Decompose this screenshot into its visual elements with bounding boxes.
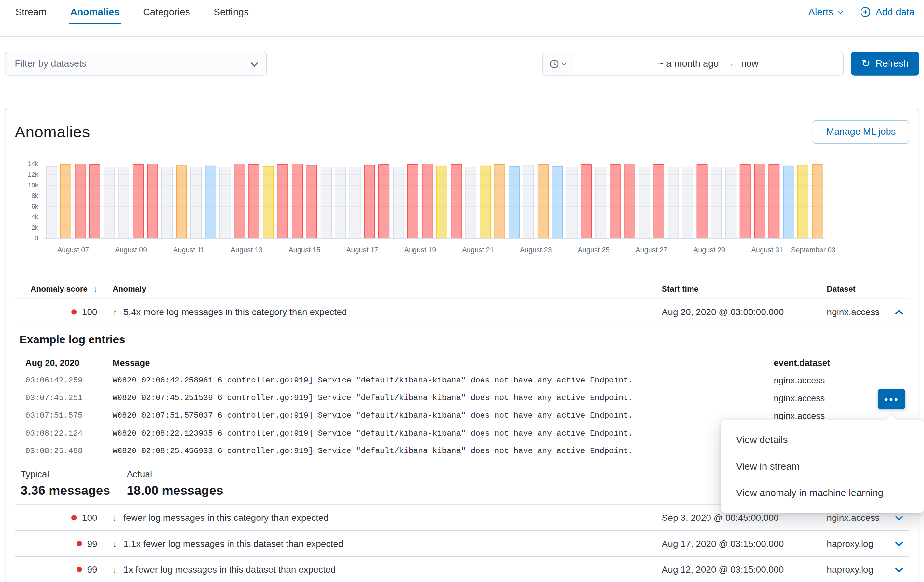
x-axis-tick: August 19 (404, 246, 436, 254)
add-data-label: Add data (876, 7, 914, 18)
tab-stream[interactable]: Stream (14, 5, 48, 24)
log-entry-actions-button[interactable]: ●●● (878, 389, 905, 409)
arrow-down-icon: ↓ (113, 564, 117, 574)
alerts-label: Alerts (808, 7, 833, 18)
log-entry-message: W0820 02:06:42.258961 6 controller.go:91… (103, 376, 774, 384)
collapse-row-button[interactable] (891, 304, 907, 320)
histogram-bar-slot (695, 164, 709, 238)
histogram-bar-slot (73, 164, 87, 238)
histogram-bar-slot (189, 164, 203, 238)
histogram-bar-critical (75, 164, 86, 238)
dataset-cell: haproxy.log (817, 564, 888, 575)
date-range-display[interactable]: ~ a month ago → now (573, 53, 843, 75)
histogram-bar-slot (261, 164, 276, 238)
x-axis-tick: August 13 (231, 246, 263, 254)
date-quick-select-button[interactable] (543, 53, 573, 75)
histogram-bar-slot (724, 164, 738, 238)
chart-y-axis: 14k12k10k8k6k4k2k0 (15, 164, 44, 238)
y-axis-tick: 10k (28, 181, 38, 188)
actual-stat: Actual 18.00 messages (127, 469, 233, 498)
anomaly-score-value: 100 (82, 307, 97, 317)
histogram-bar-critical (132, 164, 144, 238)
histogram-bar-slot (102, 164, 116, 238)
tab-anomalies[interactable]: Anomalies (69, 5, 120, 24)
y-axis-tick: 6k (31, 203, 38, 210)
histogram-bar-none (335, 167, 346, 238)
expand-row-button[interactable] (891, 535, 907, 552)
expand-row-button[interactable] (891, 561, 907, 578)
anomaly-cell: ↑ 5.4x more log messages in this categor… (103, 307, 652, 317)
histogram-bar-critical (306, 165, 317, 238)
log-entry-message: W0820 02:07:51.575037 6 controller.go:91… (103, 411, 774, 420)
histogram-bar-slot (117, 164, 131, 238)
log-date-header: Aug 20, 2020 (15, 358, 103, 368)
histogram-bar-slot (738, 164, 752, 238)
top-nav: StreamAnomaliesCategoriesSettings Alerts… (0, 0, 924, 37)
histogram-bar-critical (624, 164, 635, 238)
anomaly-score-header-label: Anomaly score (31, 285, 87, 293)
x-axis-tick: August 31 (751, 246, 783, 254)
chevron-down-icon (895, 539, 903, 547)
histogram-bar-slot (507, 164, 521, 238)
histogram-bar-critical (740, 164, 751, 238)
super-date-picker: ~ a month ago → now (542, 52, 844, 75)
histogram-bar-slot (203, 164, 218, 238)
manage-ml-jobs-button[interactable]: Manage ML jobs (813, 120, 909, 143)
typical-label: Typical (20, 469, 127, 480)
histogram-bar-none (393, 167, 404, 238)
typical-value: 3.36 messages (20, 484, 127, 498)
histogram-bar-slot (564, 164, 579, 238)
x-axis-tick: August 09 (115, 246, 147, 254)
x-axis-tick: August 29 (693, 246, 725, 254)
log-entry-message: W0820 02:07:45.251539 6 controller.go:91… (103, 393, 774, 402)
anomaly-score-value: 99 (87, 538, 97, 549)
histogram-bar-none (595, 167, 606, 238)
context-menu-item[interactable]: View anomaly in machine learning (721, 480, 924, 506)
histogram-bar-slot (44, 164, 59, 238)
start-time-cell: Aug 12, 2020 @ 03:15:00.000 (652, 564, 818, 575)
x-axis-tick: August 23 (520, 246, 552, 254)
histogram-bar-slot (579, 164, 594, 238)
y-axis-tick: 8k (31, 192, 38, 199)
histogram-bar-slot (492, 164, 507, 238)
tab-categories[interactable]: Categories (142, 5, 191, 24)
histogram-bar-slot (796, 164, 810, 238)
histogram-bar-slot (391, 164, 405, 238)
chevron-down-icon (562, 60, 566, 65)
histogram-bar-critical (653, 164, 664, 238)
histogram-bar-slot (478, 164, 492, 238)
chart-plot (44, 164, 825, 238)
anomaly-score-header[interactable]: Anomaly score ↓ (15, 285, 103, 293)
chevron-down-icon (895, 513, 903, 521)
add-data-button[interactable]: Add data (860, 7, 914, 18)
histogram-bar-critical (364, 165, 375, 238)
histogram-bar-slot (680, 164, 695, 238)
log-dataset-header: event.dataset (774, 358, 909, 368)
page-title: Anomalies (15, 123, 90, 141)
histogram-bar-none (711, 167, 722, 238)
context-menu-item[interactable]: View details (721, 426, 924, 453)
refresh-button[interactable]: ↻ Refresh (851, 52, 919, 75)
histogram-bar-slot (160, 164, 174, 238)
alerts-menu-button[interactable]: Alerts (808, 7, 842, 18)
log-entry-time: 03:07:45.251 (15, 393, 103, 402)
histogram-bar-warning (205, 165, 216, 238)
tab-settings[interactable]: Settings (212, 5, 250, 24)
arrow-down-icon: ↓ (113, 513, 117, 523)
histogram-bar-slot (767, 164, 781, 238)
context-menu-item[interactable]: View in stream (721, 453, 924, 480)
nav-right: Alerts Add data (808, 0, 914, 18)
histogram-bar-none (118, 167, 129, 238)
expander-cell (888, 304, 909, 320)
dataset-filter-combobox[interactable]: Filter by datasets (5, 52, 267, 75)
nav-tabs: StreamAnomaliesCategoriesSettings (14, 0, 271, 24)
table-row: 100 ↑ 5.4x more log messages in this cat… (15, 299, 909, 325)
histogram-bar-none (667, 167, 678, 238)
y-axis-tick: 14k (28, 160, 38, 167)
anomaly-text: 5.4x more log messages in this category … (124, 307, 347, 317)
histogram-bar-major (60, 164, 71, 238)
y-axis-tick: 0 (35, 234, 38, 242)
sort-down-icon: ↓ (94, 285, 97, 293)
histogram-bar-none (219, 167, 231, 238)
histogram-bar-slot (536, 164, 550, 238)
